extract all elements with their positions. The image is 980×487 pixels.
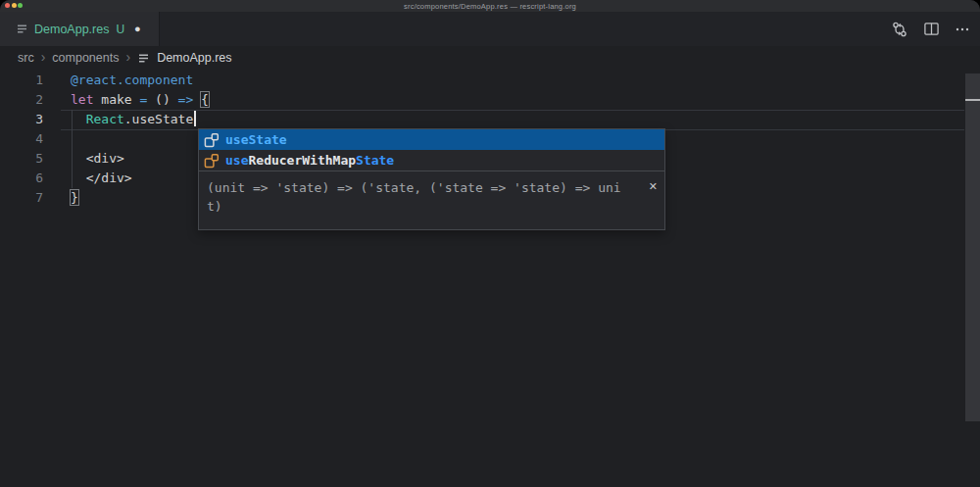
close-icon[interactable]: ✕ — [649, 177, 658, 196]
code-text: React.useState — [71, 110, 196, 129]
suggestion-type-signature: t) — [207, 197, 639, 216]
symbol-value-icon — [204, 153, 220, 169]
vertical-scrollbar[interactable] — [965, 73, 980, 421]
line-number: 1 — [0, 71, 43, 90]
suggest-detail: (unit => 'state) => ('state, ('state => … — [199, 170, 664, 229]
suggestion-label: useReducerWithMapState — [225, 153, 394, 168]
suggestion[interactable]: useReducerWithMapState — [199, 150, 664, 170]
code-text: } — [71, 188, 78, 208]
code-text: let make = () => { — [71, 90, 209, 110]
line-number: 7 — [0, 188, 43, 208]
line-number: 2 — [0, 90, 43, 110]
code-line[interactable]: 3 React.useState — [0, 110, 980, 129]
line-number: 3 — [0, 110, 43, 129]
symbol-value-icon — [204, 132, 220, 148]
code-text: </div> — [71, 169, 132, 188]
vscode-window: src/components/DemoApp.res — rescript-la… — [0, 0, 980, 487]
text-cursor — [194, 111, 196, 126]
screen: src/components/DemoApp.res — rescript-la… — [0, 0, 980, 487]
code-text: <div> — [71, 149, 124, 169]
line-number: 5 — [0, 149, 43, 169]
code-line[interactable]: 2let make = () => { — [0, 90, 980, 110]
line-number: 4 — [0, 129, 43, 149]
code-editor: 1@react.component2let make = () => {3 Re… — [0, 0, 980, 487]
suggestion-selected[interactable]: useState — [199, 129, 664, 150]
suggestion-type-signature: (unit => 'state) => ('state, ('state => … — [207, 178, 639, 197]
code-line[interactable]: 1@react.component — [0, 71, 980, 90]
overview-ruler-cursor-marker — [965, 99, 980, 101]
line-number: 6 — [0, 169, 43, 188]
suggestion-label: useState — [225, 132, 287, 147]
code-text: @react.component — [71, 71, 193, 90]
suggest-widget: useStateuseReducerWithMapState (unit => … — [198, 128, 665, 230]
